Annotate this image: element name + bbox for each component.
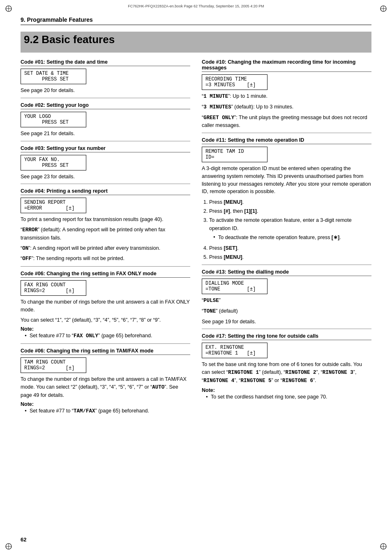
code17-heading: Code #17: Setting the ring tone for outs… — [202, 333, 371, 340]
code06b-lcd: TAM RING COUNTRINGS=2 [±] — [21, 357, 86, 373]
corner-mark-tl — [5, 5, 12, 12]
code06a-section: Code #06: Changing the ring setting in F… — [21, 271, 190, 340]
page-number: 62 — [21, 537, 26, 543]
code13-para1: “TONE” (default) — [202, 307, 371, 315]
code06b-note-list: Set feature #77 to “TAM/FAX” (page 65) b… — [21, 407, 190, 415]
code11-para0: A 3-digit remote operation ID must be en… — [202, 165, 371, 196]
code13-lcd: DIALLING MODE=TONE [±] — [202, 279, 267, 294]
code02-para: See page 21 for details. — [21, 130, 190, 138]
code02-lcd: YOUR LOGO PRESS SET — [21, 112, 86, 127]
code06a-lcd: FAX RING COUNTRINGS=2 [±] — [21, 280, 86, 296]
code10-para1: “3 MINUTES” (default): Up to 3 minutes. — [202, 103, 371, 111]
corner-mark-bl — [5, 543, 12, 550]
code13-heading: Code #13: Setting the dialling mode — [202, 269, 371, 276]
code06a-heading: Code #06: Changing the ring setting in F… — [21, 271, 190, 278]
left-column: Code #01: Setting the date and time SET … — [21, 55, 190, 418]
code04-lcd: SENDING REPORT=ERROR [±] — [21, 198, 86, 213]
code17-note-item: To set the cordless handset ring tone, s… — [206, 393, 371, 401]
code01-lcd: SET DATE & TIME PRESS SET — [21, 69, 86, 84]
code06a-note-item: Set feature #77 to “FAX ONLY” (page 65) … — [25, 332, 190, 340]
code17-section: Code #17: Setting the ring tone for outs… — [202, 333, 371, 401]
code01-section: Code #01: Setting the date and time SET … — [21, 59, 190, 94]
code11-steps: Press [MENU]. Press [#], then [1][1]. To… — [202, 198, 371, 261]
code11-lcd: REMOTE TAM IDID= — [202, 147, 267, 162]
code06b-note-item: Set feature #77 to “TAM/FAX” (page 65) b… — [25, 407, 190, 415]
section-title-bar: 9.2 Basic features — [21, 32, 371, 53]
code06a-note-label: Note: — [21, 326, 190, 332]
right-column: Code #10: Changing the maximum recording… — [202, 55, 371, 418]
code10-para2: “GREET ONLY”: The unit plays the greetin… — [202, 114, 371, 130]
code13-section: Code #13: Setting the dialling mode DIAL… — [202, 269, 371, 325]
code03-para: See page 23 for details. — [21, 173, 190, 181]
code11-step3: To activate the remote operation feature… — [209, 216, 371, 242]
code06b-heading: Code #06: Changing the ring setting in T… — [21, 348, 190, 355]
code10-lcd: RECORDING TIME=3 MINUTES [±] — [202, 74, 267, 90]
code02-heading: Code #02: Setting your logo — [21, 102, 190, 109]
code11-heading: Code #11: Setting the remote operation I… — [202, 137, 371, 144]
code17-para0: To set the base unit ring tone from one … — [202, 361, 371, 385]
code01-para: See page 20 for details. — [21, 87, 190, 94]
code04-para0: To print a sending report for fax transm… — [21, 216, 190, 223]
code17-note-label: Note: — [202, 387, 371, 393]
code06b-note-label: Note: — [21, 401, 190, 407]
code10-para0: “1 MINUTE”: Up to 1 minute. — [202, 92, 371, 101]
code11-step4: Press [SET]. — [209, 244, 371, 252]
code06a-note-list: Set feature #77 to “FAX ONLY” (page 65) … — [21, 332, 190, 340]
chapter-heading: 9. Programmable Features — [21, 16, 371, 25]
code10-heading: Code #10: Changing the maximum recording… — [202, 59, 371, 72]
code11-step5: Press [MENU]. — [209, 253, 371, 261]
code10-section: Code #10: Changing the maximum recording… — [202, 59, 371, 129]
code03-section: Code #03: Setting your fax number YOUR F… — [21, 145, 190, 181]
file-info: FC762HK-PFQX2283ZA-en.book Page 62 Thurs… — [128, 4, 264, 8]
code04-para3: “OFF”: The sending reports will not be p… — [21, 255, 190, 263]
code11-step2: Press [#], then [1][1]. — [209, 207, 371, 215]
code01-heading: Code #01: Setting the date and time — [21, 59, 190, 66]
code06b-para0: To change the number of rings before the… — [21, 375, 190, 399]
code17-lcd: EXT. RINGTONE=RINGTONE 1 [±] — [202, 343, 267, 358]
code04-section: Code #04: Printing a sending report SEND… — [21, 188, 190, 263]
code04-para2: “ON”: A sending report will be printed a… — [21, 244, 190, 253]
code03-lcd: YOUR FAX NO. PRESS SET — [21, 155, 86, 170]
code11-section: Code #11: Setting the remote operation I… — [202, 137, 371, 261]
code02-section: Code #02: Setting your logo YOUR LOGO PR… — [21, 102, 190, 138]
corner-mark-br — [380, 543, 387, 550]
code13-para0: “PULSE” — [202, 297, 371, 305]
code11-step1: Press [MENU]. — [209, 198, 371, 206]
section-title: 9.2 Basic features — [24, 33, 368, 46]
code04-para1: “ERROR” (default): A sending report will… — [21, 226, 190, 242]
code11-step3-bullet: To deactivate the remote operation featu… — [213, 233, 371, 242]
code13-para2: See page 19 for details. — [202, 318, 371, 326]
code17-note-list: To set the cordless handset ring tone, s… — [202, 393, 371, 401]
code04-heading: Code #04: Printing a sending report — [21, 188, 190, 195]
code06a-para1: You can select “1”, “2” (default), “3”, … — [21, 316, 190, 324]
code06b-section: Code #06: Changing the ring setting in T… — [21, 348, 190, 415]
code03-heading: Code #03: Setting your fax number — [21, 145, 190, 152]
code06a-para0: To change the number of rings before the… — [21, 298, 190, 314]
corner-mark-tr — [380, 5, 387, 12]
